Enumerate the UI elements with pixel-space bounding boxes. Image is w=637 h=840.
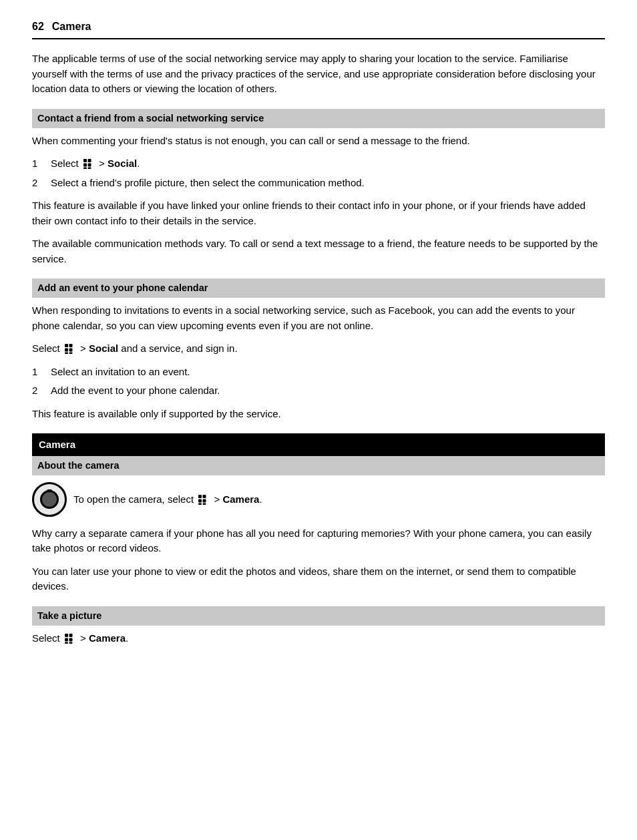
svg-rect-13 — [203, 495, 206, 498]
svg-rect-22 — [65, 642, 68, 644]
section2-step1: Select an invitation to an event. — [51, 365, 605, 380]
section2-step2: Add the event to your phone calendar. — [51, 383, 605, 399]
svg-rect-2 — [83, 164, 87, 167]
svg-rect-5 — [87, 168, 91, 170]
section4-instruction: Select > Camera. — [32, 631, 605, 646]
list-item: 2 Add the event to your phone calendar. — [32, 383, 605, 399]
select-label-1: Select — [51, 158, 81, 169]
svg-rect-18 — [65, 634, 68, 637]
svg-rect-16 — [198, 503, 202, 505]
page-content: 62 Camera The applicable terms of use of… — [0, 0, 637, 681]
section2-body2: This feature is available only if suppor… — [32, 407, 605, 422]
svg-rect-21 — [69, 638, 72, 642]
section4-heading: Take a picture — [32, 606, 605, 626]
page-title: Camera — [52, 19, 91, 34]
section3-body1: Why carry a separate camera if your phon… — [32, 526, 605, 556]
apps-icon — [64, 633, 76, 645]
section1-body3: The available communication methods vary… — [32, 236, 605, 266]
section4-after: > Camera. — [80, 632, 128, 644]
section3-heading: Camera — [32, 433, 605, 456]
section1-heading: Contact a friend from a social networkin… — [32, 109, 605, 128]
section3-subheading: About the camera — [32, 456, 605, 475]
camera-intro-text: To open the camera, select > Camera. — [73, 492, 262, 507]
step1-text: > Social. — [99, 158, 140, 169]
svg-rect-17 — [203, 503, 206, 505]
section1-body2: This feature is available if you have li… — [32, 198, 605, 228]
apps-icon — [64, 343, 76, 355]
list-item: 1 Select an invitation to an event. — [32, 365, 605, 380]
page-header: 62 Camera — [32, 19, 605, 39]
list-item: 1 Select > Social. — [32, 156, 605, 172]
select-label-2: Select — [32, 343, 63, 354]
svg-rect-3 — [87, 164, 91, 167]
svg-rect-8 — [65, 349, 68, 352]
section2-steps: 1 Select an invitation to an event. 2 Ad… — [32, 365, 605, 399]
camera-lens-icon — [32, 482, 67, 517]
section1-body1: When commenting your friend's status is … — [32, 134, 605, 149]
svg-rect-1 — [87, 159, 91, 162]
svg-rect-10 — [65, 353, 68, 355]
svg-rect-9 — [69, 349, 72, 352]
svg-rect-15 — [203, 499, 206, 502]
section3-body2: You can later use your phone to view or … — [32, 564, 605, 594]
list-item: 2 Select a friend's profile picture, the… — [32, 176, 605, 191]
svg-rect-20 — [65, 638, 68, 642]
svg-rect-11 — [69, 353, 72, 355]
page-number: 62 — [32, 19, 44, 34]
svg-rect-14 — [198, 499, 202, 502]
section2-heading: Add an event to your phone calendar — [32, 278, 605, 298]
svg-rect-7 — [69, 344, 72, 347]
section2-inline-after: > Social and a service, and sign in. — [80, 343, 238, 354]
svg-rect-6 — [65, 344, 68, 347]
svg-rect-12 — [198, 495, 202, 498]
section2-body1: When responding to invitations to events… — [32, 303, 605, 333]
svg-rect-0 — [83, 159, 87, 162]
step2-text: Select a friend's profile picture, then … — [51, 176, 605, 191]
apps-icon — [198, 494, 210, 506]
apps-icon — [83, 158, 95, 170]
intro-text: The applicable terms of use of the socia… — [32, 51, 605, 97]
svg-rect-23 — [69, 642, 72, 644]
section1-steps: 1 Select > Social. 2 Select — [32, 156, 605, 190]
svg-rect-4 — [83, 168, 87, 170]
camera-intro-row: To open the camera, select > Camera. — [32, 482, 605, 517]
svg-rect-19 — [69, 634, 72, 637]
select-label-4: Select — [32, 632, 63, 644]
section2-inline: Select > Social and a service, and sign … — [32, 341, 605, 357]
